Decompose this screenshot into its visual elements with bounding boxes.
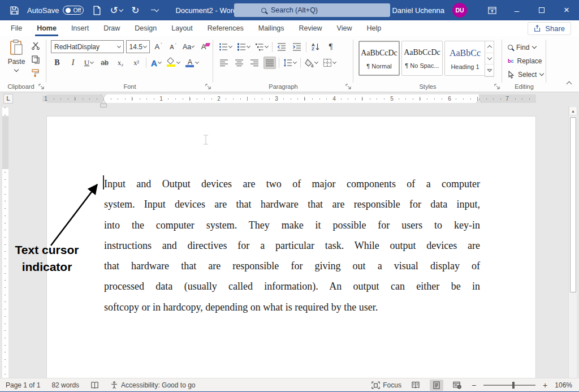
- maximize-button[interactable]: [529, 0, 554, 20]
- style-normal[interactable]: AaBbCcDc ¶ Normal: [358, 41, 400, 76]
- tab-draw[interactable]: Draw: [96, 20, 127, 36]
- change-case-button[interactable]: Aa: [182, 41, 195, 53]
- multilevel-list-button[interactable]: [254, 41, 269, 53]
- tab-stop-selector[interactable]: L: [3, 94, 13, 104]
- replace-button[interactable]: bc Replace: [508, 54, 542, 67]
- print-layout-button[interactable]: [430, 380, 443, 391]
- focus-button[interactable]: Focus: [371, 381, 401, 389]
- paragraph-dialog-launcher-icon[interactable]: [345, 84, 351, 89]
- text-line[interactable]: softcopy or in hardcopy, depending on wh…: [104, 297, 480, 317]
- font-dialog-launcher-icon[interactable]: [205, 84, 211, 89]
- strikethrough-button[interactable]: ab: [98, 57, 111, 69]
- clear-formatting-button[interactable]: A: [197, 41, 210, 53]
- paste-button[interactable]: Paste: [5, 39, 28, 72]
- text-line[interactable]: instructions and directives for a partic…: [104, 235, 480, 256]
- tab-insert[interactable]: Insert: [64, 20, 96, 36]
- sort-button[interactable]: AZ: [309, 41, 322, 53]
- text-line[interactable]: system. Input devices are that hardware …: [104, 194, 480, 214]
- numbering-button[interactable]: [236, 41, 251, 53]
- font-family-combo[interactable]: RedHatDisplay: [51, 40, 124, 53]
- shrink-font-button[interactable]: Aˇ: [167, 41, 179, 53]
- zoom-level[interactable]: 106%: [555, 381, 572, 389]
- underline-button[interactable]: U: [83, 57, 95, 69]
- text-effects-button[interactable]: A: [150, 57, 162, 69]
- zoom-slider-thumb[interactable]: [512, 382, 515, 389]
- font-size-combo[interactable]: 14.5: [126, 40, 150, 53]
- search-box[interactable]: [234, 3, 390, 17]
- align-right-button[interactable]: [248, 57, 261, 69]
- new-document-icon[interactable]: [90, 4, 103, 16]
- decrease-indent-button[interactable]: [275, 41, 288, 53]
- styles-scroll-up-icon[interactable]: [485, 41, 494, 53]
- tab-design[interactable]: Design: [127, 20, 164, 36]
- tab-review[interactable]: Review: [292, 20, 330, 36]
- ribbon-display-options-icon[interactable]: [479, 0, 504, 20]
- first-line-indent-marker[interactable]: [101, 94, 106, 98]
- read-mode-button[interactable]: [409, 380, 422, 391]
- text-line[interactable]: that hardware that are responsible for g…: [104, 256, 480, 276]
- zoom-in-button[interactable]: +: [543, 381, 547, 390]
- find-button[interactable]: Find: [508, 41, 536, 54]
- tab-mailings[interactable]: Mailings: [251, 20, 292, 36]
- redo-button[interactable]: ↻: [129, 4, 141, 16]
- left-indent-marker[interactable]: [101, 104, 106, 107]
- tab-help[interactable]: Help: [359, 20, 388, 36]
- highlight-color-button[interactable]: [166, 57, 181, 69]
- save-icon[interactable]: [8, 4, 20, 16]
- hanging-indent-marker[interactable]: [101, 100, 106, 104]
- style-no-spacing[interactable]: AaBbCcDc ¶ No Spac...: [401, 41, 443, 76]
- vertical-scrollbar[interactable]: ▲: [568, 106, 577, 378]
- share-button[interactable]: Share: [528, 22, 571, 35]
- styles-dialog-launcher-icon[interactable]: [494, 84, 500, 89]
- undo-dropdown-icon[interactable]: [119, 7, 123, 12]
- autosave-toggle[interactable]: AutoSave Off: [27, 6, 84, 15]
- italic-button[interactable]: I: [67, 57, 79, 69]
- close-button[interactable]: ×: [554, 0, 579, 20]
- page-indicator[interactable]: Page 1 of 1: [6, 381, 40, 389]
- word-count[interactable]: 82 words: [51, 381, 79, 389]
- subscript-button[interactable]: x₂: [114, 57, 127, 69]
- align-left-button[interactable]: [218, 57, 230, 69]
- format-painter-button[interactable]: [29, 67, 42, 79]
- search-input[interactable]: [271, 6, 373, 14]
- style-heading1[interactable]: AaBbCc Heading 1: [444, 41, 486, 76]
- tab-layout[interactable]: Layout: [164, 20, 200, 36]
- user-name[interactable]: Daniel Uchenna: [392, 6, 444, 15]
- minimize-button[interactable]: –: [504, 0, 529, 20]
- align-center-button[interactable]: [233, 57, 245, 69]
- zoom-slider[interactable]: [483, 385, 535, 386]
- text-line[interactable]: Input and Output devices are two of majo…: [104, 174, 480, 194]
- text-line[interactable]: into the computer system. They make it p…: [104, 215, 480, 235]
- clipboard-dialog-launcher-icon[interactable]: [38, 84, 44, 89]
- right-indent-marker[interactable]: [476, 99, 482, 103]
- proofing-button[interactable]: [90, 381, 99, 389]
- web-layout-button[interactable]: [451, 380, 464, 391]
- collapse-ribbon-icon[interactable]: [567, 81, 572, 87]
- bold-button[interactable]: B: [51, 57, 63, 69]
- justify-button[interactable]: [263, 57, 276, 69]
- copy-button[interactable]: [29, 53, 42, 66]
- tab-view[interactable]: View: [330, 20, 360, 36]
- undo-button[interactable]: ↺: [110, 4, 122, 16]
- quick-access-more-icon[interactable]: [148, 4, 161, 16]
- bullets-button[interactable]: [218, 41, 233, 53]
- superscript-button[interactable]: x²: [130, 57, 142, 69]
- autosave-switch[interactable]: Off: [63, 6, 84, 15]
- shading-button[interactable]: [304, 57, 319, 69]
- line-spacing-button[interactable]: [282, 57, 297, 69]
- text-line[interactable]: processed data (usually called informati…: [104, 276, 480, 296]
- select-button[interactable]: Select: [508, 68, 543, 81]
- avatar[interactable]: DU: [452, 3, 467, 18]
- scroll-up-icon[interactable]: ▲: [569, 106, 577, 115]
- cut-button[interactable]: [29, 40, 42, 52]
- font-color-button[interactable]: A: [184, 57, 200, 69]
- zoom-out-button[interactable]: −: [472, 381, 476, 390]
- grow-font-button[interactable]: Aˆ: [152, 41, 165, 53]
- tab-references[interactable]: References: [200, 20, 251, 36]
- document-page[interactable]: Input and Output devices are two of majo…: [46, 116, 536, 378]
- paste-dropdown-icon[interactable]: [14, 67, 19, 72]
- styles-scroll-down-icon[interactable]: [485, 53, 494, 65]
- tab-home[interactable]: Home: [29, 20, 64, 36]
- borders-button[interactable]: [322, 57, 337, 69]
- tab-file[interactable]: File: [3, 20, 29, 36]
